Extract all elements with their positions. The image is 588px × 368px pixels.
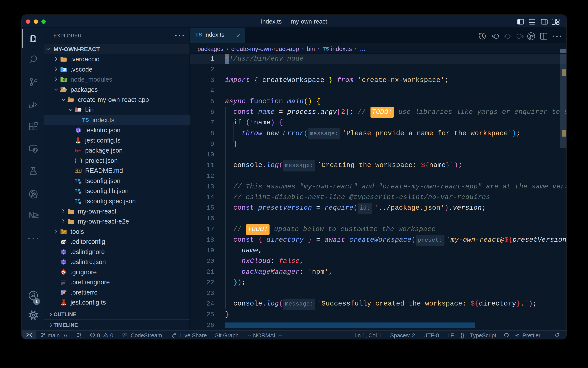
svg-text:TS: TS	[82, 117, 89, 123]
svg-text:10: 10	[79, 110, 80, 111]
svg-text:{ }: { }	[75, 158, 82, 164]
svg-text:JS: JS	[63, 79, 66, 81]
svg-text:npm: npm	[76, 149, 81, 152]
